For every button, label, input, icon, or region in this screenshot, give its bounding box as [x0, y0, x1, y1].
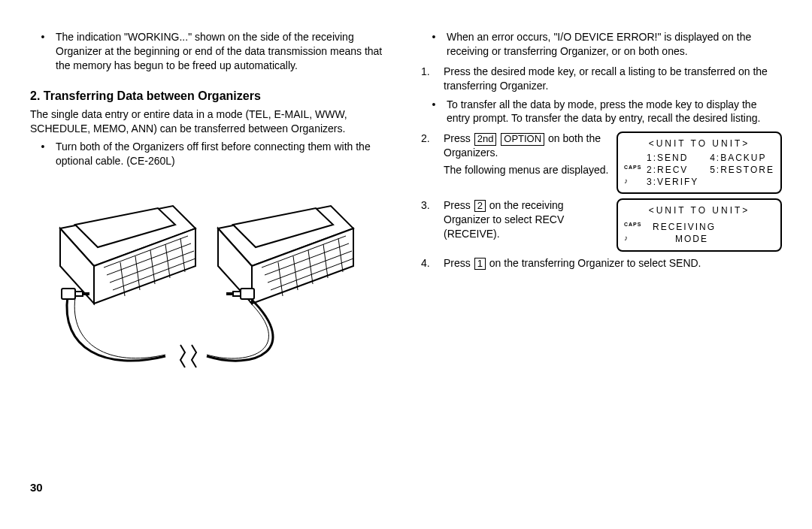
right-column: • When an error occurs, "I/O DEVICE ERRO…	[421, 30, 782, 466]
bullet-marker: •	[30, 140, 56, 168]
bullet-working: • The indication "WORKING..." shown on t…	[30, 30, 391, 73]
step-1: 1. Press the desired mode key, or recall…	[421, 65, 782, 93]
organizers-illustration	[30, 183, 361, 394]
lcd1-row2-b: 5:RESTORE	[710, 164, 774, 176]
lcd2-row2-text: MODE	[645, 233, 774, 245]
step-2-text: Press 2nd OPTION on both the Organizers.…	[444, 131, 609, 177]
step-1-text: Press the desired mode key, or recall a …	[444, 65, 782, 93]
bullet-marker: •	[30, 30, 56, 73]
keycap-2nd: 2nd	[474, 133, 497, 145]
lcd1-row3-indicator: ♪	[624, 176, 645, 188]
step-4-pre: Press	[444, 257, 474, 269]
svg-rect-21	[241, 289, 254, 299]
lcd1-row2-indicator: CAPS	[624, 164, 645, 176]
step-2-pre: Press	[444, 132, 474, 144]
bullet-cable: • Turn both of the Organizers off first …	[30, 140, 391, 168]
keycap-1: 1	[474, 258, 486, 270]
step-3-text: Press 2 on the receiving Organizer to se…	[444, 198, 609, 241]
section-title-text: Transferring Data between Organizers	[44, 89, 261, 102]
step-1-number: 1.	[421, 65, 444, 93]
bullet-transfer-all-text: To transfer all the data by mode, press …	[447, 98, 782, 126]
bullet-marker: •	[421, 30, 447, 59]
section-title: 2. Transferring Data between Organizers	[30, 89, 391, 103]
step-3: 3. Press 2 on the receiving Organizer to…	[421, 198, 782, 252]
bullet-working-text: The indication "WORKING..." shown on the…	[56, 30, 391, 73]
lcd2-row2-indicator: ♪	[624, 233, 645, 245]
svg-rect-19	[75, 292, 83, 296]
step-3-pre: Press	[444, 199, 474, 211]
organizers-diagram	[30, 183, 391, 394]
page-number: 30	[0, 481, 812, 509]
lcd2-row1-text: RECEIVING	[645, 221, 774, 233]
step-3-number: 3.	[421, 198, 444, 252]
bullet-marker: •	[421, 98, 447, 126]
step-4: 4. Press 1 on the transferring Organizer…	[421, 256, 782, 271]
bullet-cable-text: Turn both of the Organizers off first be…	[56, 140, 391, 168]
svg-rect-23	[227, 293, 233, 295]
step-2: 2. Press 2nd OPTION on both the Organize…	[421, 131, 782, 194]
section-number: 2.	[30, 89, 40, 102]
intro-paragraph: The single data entry or entire data in …	[30, 107, 391, 136]
bullet-transfer-all: • To transfer all the data by mode, pres…	[421, 98, 782, 126]
bullet-error-text: When an error occurs, "I/O DEVICE ERROR!…	[447, 30, 782, 59]
lcd-menu-1: <UNIT TO UNIT> 1:SEND 4:BACKUP CAPS 2:RE…	[617, 131, 782, 194]
svg-rect-22	[233, 292, 241, 296]
lcd2-title: <UNIT TO UNIT>	[624, 204, 774, 216]
keycap-2: 2	[474, 200, 486, 212]
step-4-post: on the transferring Organizer to select …	[486, 257, 701, 269]
svg-rect-20	[83, 293, 89, 295]
step-4-number: 4.	[421, 256, 444, 271]
lcd1-row1-indicator	[624, 152, 645, 164]
left-column: • The indication "WORKING..." shown on t…	[30, 30, 391, 466]
step-2-sub: The following menus are displayed.	[444, 163, 609, 177]
keycap-option: OPTION	[501, 133, 544, 145]
lcd1-row2-a: 2:RECV	[647, 164, 708, 176]
svg-rect-18	[62, 289, 75, 299]
step-4-text: Press 1 on the transferring Organizer to…	[444, 256, 782, 271]
lcd1-title: <UNIT TO UNIT>	[624, 138, 774, 150]
step-2-number: 2.	[421, 131, 444, 194]
lcd1-row1-a: 1:SEND	[647, 152, 708, 164]
lcd1-row1-b: 4:BACKUP	[710, 152, 774, 164]
lcd2-row1-indicator: CAPS	[624, 221, 645, 233]
lcd-menu-2: <UNIT TO UNIT> CAPS RECEIVING ♪ MODE	[617, 198, 782, 252]
lcd1-row3-a: 3:VERIFY	[647, 176, 708, 188]
bullet-error: • When an error occurs, "I/O DEVICE ERRO…	[421, 30, 782, 59]
lcd1-row3-b	[710, 176, 774, 188]
